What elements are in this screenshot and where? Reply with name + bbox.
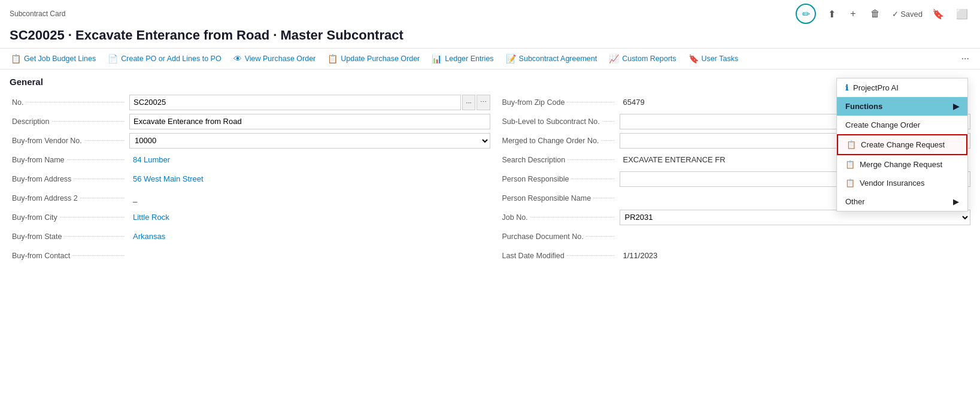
update-po-label: Update Purchase Order xyxy=(341,55,420,63)
projectpro-ai-icon: ℹ xyxy=(845,83,848,92)
get-job-budget-button[interactable]: 📋 Get Job Budget Lines xyxy=(5,49,102,68)
contact-value xyxy=(129,255,490,257)
label-person-name: Person Responsible Name xyxy=(500,194,620,202)
subcontract-card-label: Subcontract Card xyxy=(10,10,65,18)
merge-change-request-label: Merge Change Request xyxy=(860,160,942,169)
custom-reports-button[interactable]: 📈 Custom Reports xyxy=(603,49,682,68)
delete-icon[interactable]: 🗑 xyxy=(868,7,882,20)
get-job-budget-icon: 📋 xyxy=(11,54,21,64)
label-merged: Merged to Change Order No. xyxy=(500,137,620,145)
label-last-modified: Last Date Modified xyxy=(500,252,620,260)
user-tasks-label: User Tasks xyxy=(702,55,739,63)
label-address: Buy-from Address xyxy=(10,175,129,183)
section-title: General xyxy=(10,77,970,87)
page-title: SC20025 · Excavate Enterance from Road ·… xyxy=(0,25,980,48)
view-po-button[interactable]: 👁 View Purchase Order xyxy=(227,49,322,68)
top-icons: ✏ ⬆ + 🗑 ✓ Saved 🔖 ⬜ xyxy=(796,4,970,24)
view-po-icon: 👁 xyxy=(233,54,242,64)
functions-label: Functions xyxy=(845,102,948,111)
dropdown-other[interactable]: Other ▶ xyxy=(837,192,967,211)
update-po-icon: 📋 xyxy=(327,54,338,64)
subcontract-agreement-icon: 📝 xyxy=(506,54,516,64)
field-row-contact: Buy-from Contact xyxy=(10,246,490,265)
address2-value: _ xyxy=(129,192,490,204)
purchase-doc-value xyxy=(620,235,971,238)
bookmark-icon[interactable]: 🔖 xyxy=(930,7,946,21)
dropdown-menu: ℹ ProjectPro AI Functions ▶ Create Chang… xyxy=(836,78,968,211)
vendor-no-select: 10000 xyxy=(129,133,490,149)
window-icon[interactable]: ⬜ xyxy=(954,7,970,21)
input-no: ··· ⋯ xyxy=(129,95,490,110)
no-more-btn[interactable]: ⋯ xyxy=(477,95,490,110)
description-field[interactable] xyxy=(129,114,490,129)
view-po-label: View Purchase Order xyxy=(245,55,316,63)
other-chevron: ▶ xyxy=(953,197,959,206)
create-po-button[interactable]: 📄 Create PO or Add Lines to PO xyxy=(102,49,227,68)
custom-reports-label: Custom Reports xyxy=(622,55,676,63)
search-desc-value: EXCAVATE ENTERANCE FR xyxy=(620,154,751,165)
user-tasks-icon: 🔖 xyxy=(688,54,699,64)
city-value[interactable]: Little Rock xyxy=(129,211,490,223)
toolbar: 📋 Get Job Budget Lines 📄 Create PO or Ad… xyxy=(0,48,980,69)
user-tasks-button[interactable]: 🔖 User Tasks xyxy=(682,49,745,68)
top-bar: Subcontract Card ✏ ⬆ + 🗑 ✓ Saved 🔖 ⬜ xyxy=(0,0,980,25)
field-row-purchase-doc: Purchase Document No. xyxy=(490,227,971,246)
address-value[interactable]: 56 West Main Street xyxy=(129,173,490,185)
input-no-field[interactable] xyxy=(129,95,461,110)
create-po-icon: 📄 xyxy=(108,54,118,64)
field-row-city: Buy-from City Little Rock xyxy=(10,208,490,227)
field-row-address2: Buy-from Address 2 _ xyxy=(10,189,490,208)
subcontract-agreement-button[interactable]: 📝 Subcontract Agreement xyxy=(500,49,603,68)
dropdown-vendor-insurances[interactable]: 📋 Vendor Insurances xyxy=(837,174,967,192)
no-ellipsis-btn[interactable]: ··· xyxy=(462,95,475,110)
input-description xyxy=(129,114,490,129)
label-city: Buy-from City xyxy=(10,213,129,222)
label-contact: Buy-from Contact xyxy=(10,252,129,260)
share-icon[interactable]: ⬆ xyxy=(826,7,838,21)
job-no-dropdown[interactable]: PR2031 xyxy=(620,210,971,225)
state-value[interactable]: Arkansas xyxy=(129,231,490,242)
vendor-insurances-icon: 📋 xyxy=(845,179,855,188)
vendor-insurances-label: Vendor Insurances xyxy=(860,179,924,188)
create-change-request-label: Create Change Request xyxy=(861,140,945,149)
field-row-vendor-name: Buy-from Name 84 Lumber xyxy=(10,150,490,170)
dropdown-projectpro-ai[interactable]: ℹ ProjectPro AI xyxy=(837,78,967,97)
create-po-label: Create PO or Add Lines to PO xyxy=(121,55,221,63)
toolbar-more-button[interactable]: ··· xyxy=(955,49,975,69)
last-modified-value: 1/11/2023 xyxy=(620,250,971,261)
field-row-no: No. ··· ⋯ xyxy=(10,93,490,112)
left-column: No. ··· ⋯ Description Buy-from Vendor No… xyxy=(10,93,490,265)
ledger-entries-label: Ledger Entries xyxy=(445,55,493,63)
form-grid: No. ··· ⋯ Description Buy-from Vendor No… xyxy=(10,93,970,265)
dropdown-create-change-order[interactable]: Create Change Order xyxy=(837,116,967,134)
merge-change-request-icon: 📋 xyxy=(845,160,855,169)
job-no-select: PR2031 xyxy=(620,210,971,225)
label-zip: Buy-from Zip Code xyxy=(500,98,620,107)
ledger-entries-button[interactable]: 📊 Ledger Entries xyxy=(426,49,499,68)
label-description: Description xyxy=(10,117,129,126)
label-sublevel: Sub-Level to Subcontract No. xyxy=(500,117,620,126)
field-row-vendor-no: Buy-from Vendor No. 10000 xyxy=(10,131,490,150)
label-address2: Buy-from Address 2 xyxy=(10,194,129,202)
vendor-no-dropdown[interactable]: 10000 xyxy=(129,133,490,149)
update-po-button[interactable]: 📋 Update Purchase Order xyxy=(321,49,426,68)
dropdown-create-change-request[interactable]: 📋 Create Change Request xyxy=(837,134,967,155)
dropdown-functions[interactable]: Functions ▶ xyxy=(837,97,967,116)
get-job-budget-label: Get Job Budget Lines xyxy=(24,55,96,63)
content-area: General No. ··· ⋯ Description xyxy=(0,69,980,273)
field-row-address: Buy-from Address 56 West Main Street xyxy=(10,170,490,189)
label-state: Buy-from State xyxy=(10,232,129,241)
label-person-responsible: Person Responsible xyxy=(500,175,620,183)
label-job-no: Job No. xyxy=(500,213,620,222)
ledger-entries-icon: 📊 xyxy=(432,54,442,64)
field-row-description: Description xyxy=(10,112,490,131)
add-icon[interactable]: + xyxy=(848,7,858,20)
label-vendor-name: Buy-from Name xyxy=(10,156,129,164)
label-no: No. xyxy=(10,98,129,107)
create-change-order-label: Create Change Order xyxy=(845,120,920,129)
dropdown-merge-change-request[interactable]: 📋 Merge Change Request xyxy=(837,155,967,174)
label-vendor-no: Buy-from Vendor No. xyxy=(10,137,129,145)
edit-icon[interactable]: ✏ xyxy=(796,4,816,24)
vendor-name-value[interactable]: 84 Lumber xyxy=(129,154,490,165)
subcontract-agreement-label: Subcontract Agreement xyxy=(519,55,597,63)
